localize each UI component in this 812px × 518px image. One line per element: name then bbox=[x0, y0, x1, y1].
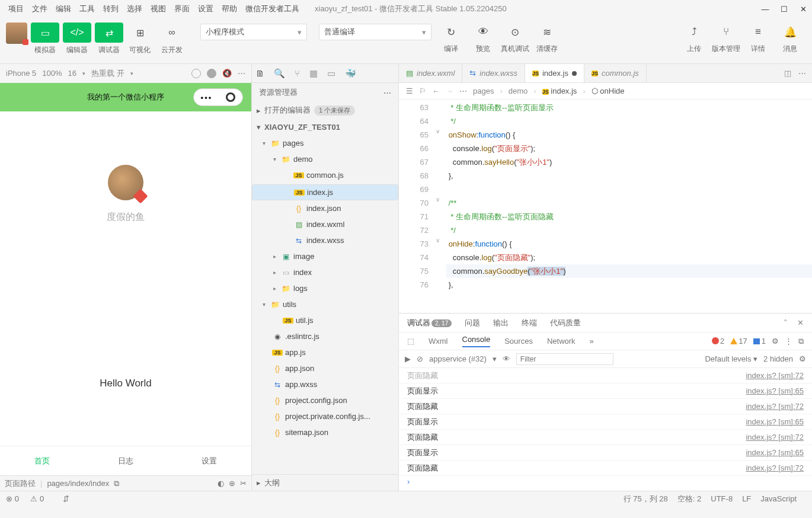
ptab-输出[interactable]: 输出 bbox=[493, 318, 509, 328]
console-filter-input[interactable] bbox=[516, 353, 613, 365]
explorer-files-icon[interactable]: 🗎 bbox=[255, 68, 264, 78]
maximize-button[interactable]: ☐ bbox=[780, 5, 788, 14]
log-source[interactable]: index.js? [sm]:72 bbox=[746, 402, 804, 411]
console-levels[interactable]: Default levels ▾ bbox=[705, 354, 757, 363]
remote-debug-button[interactable]: ⊙真机调试 bbox=[499, 24, 531, 54]
project-avatar[interactable] bbox=[6, 23, 27, 44]
preview-button[interactable]: 👁预览 bbox=[467, 24, 499, 54]
tree-image[interactable]: ▸▣image bbox=[252, 248, 398, 264]
tab-home[interactable]: 首页 bbox=[34, 456, 50, 466]
tree-util.js[interactable]: JSutil.js bbox=[252, 312, 398, 328]
sim-scan-icon[interactable]: ⊕ bbox=[229, 479, 235, 488]
tree-demo[interactable]: ▾📁demo bbox=[252, 151, 398, 167]
console-hidden[interactable]: 2 hidden bbox=[763, 354, 793, 363]
console-eye-icon[interactable]: 👁 bbox=[503, 354, 510, 363]
devtools-select-icon[interactable]: ⬚ bbox=[407, 337, 414, 346]
tree-.eslintrc.js[interactable]: ◉.eslintrc.js bbox=[252, 328, 398, 344]
sim-refresh-icon[interactable] bbox=[191, 69, 201, 78]
menu-文件[interactable]: 文件 bbox=[28, 1, 51, 17]
tree-app.wxss[interactable]: ⇆app.wxss bbox=[252, 376, 398, 392]
outline-section[interactable]: ▸大纲 bbox=[252, 474, 398, 491]
opened-editors[interactable]: ▸打开的编辑器 1 个未保存 bbox=[252, 102, 398, 119]
upload-button[interactable]: ⤴上传 bbox=[678, 24, 710, 54]
menu-工具[interactable]: 工具 bbox=[76, 1, 98, 17]
simulator-toggle[interactable]: ▭ bbox=[31, 23, 59, 43]
menu-帮助[interactable]: 帮助 bbox=[218, 1, 241, 17]
menu-界面[interactable]: 界面 bbox=[171, 1, 193, 17]
devtools-settings-icon[interactable]: ⚙ bbox=[772, 337, 779, 346]
log-source[interactable]: index.js? [sm]:65 bbox=[746, 448, 804, 457]
log-source[interactable]: index.js? [sm]:72 bbox=[746, 433, 804, 442]
log-source[interactable]: index.js? [sm]:65 bbox=[746, 386, 804, 395]
details-button[interactable]: ≡详情 bbox=[742, 24, 774, 54]
tree-logs[interactable]: ▸📁logs bbox=[252, 280, 398, 296]
debugger-toggle[interactable]: ⇄ bbox=[95, 23, 123, 43]
crumb-bookmark-icon[interactable]: ⚐ bbox=[419, 87, 426, 95]
tree-index[interactable]: ▸▭index bbox=[252, 264, 398, 280]
devtab-more-icon[interactable]: » bbox=[590, 337, 594, 346]
project-root[interactable]: ▾XIAOYU_ZF_TEST01 bbox=[252, 119, 398, 135]
console-settings-icon[interactable]: ⚙ bbox=[799, 354, 806, 363]
error-count[interactable]: 2 bbox=[712, 337, 724, 346]
tree-index.wxss[interactable]: ⇆index.wxss bbox=[252, 232, 398, 248]
log-source[interactable]: index.js? [sm]:72 bbox=[746, 463, 804, 472]
tree-utils[interactable]: ▾📁utils bbox=[252, 296, 398, 312]
editor-toggle[interactable]: </> bbox=[63, 23, 91, 43]
console-context[interactable]: appservice (#32) bbox=[429, 354, 487, 363]
menu-转到[interactable]: 转到 bbox=[100, 1, 122, 17]
status-sync-icon[interactable]: ⇵ bbox=[63, 494, 69, 503]
tab-log[interactable]: 日志 bbox=[118, 456, 133, 466]
devtab-network[interactable]: Network bbox=[547, 337, 576, 346]
console-play-icon[interactable]: ▶ bbox=[405, 354, 411, 363]
device-select[interactable]: iPhone 5 bbox=[6, 69, 36, 78]
status-encoding[interactable]: UTF-8 bbox=[711, 494, 733, 503]
hotreload-select[interactable]: 热重载 开 bbox=[91, 68, 124, 79]
editor-more-icon[interactable]: ⋯ bbox=[798, 69, 806, 78]
tree-app.js[interactable]: JSapp.js bbox=[252, 344, 398, 360]
devtools-dock-icon[interactable]: ⧉ bbox=[798, 337, 804, 346]
tree-project.config.json[interactable]: {}project.config.json bbox=[252, 392, 398, 408]
status-lang[interactable]: JavaScript bbox=[760, 494, 797, 503]
ptab-终端[interactable]: 终端 bbox=[522, 318, 537, 328]
page-path[interactable]: pages/index/index bbox=[47, 479, 109, 488]
crumb-0[interactable]: pages bbox=[473, 87, 494, 95]
tree-index.json[interactable]: {}index.json bbox=[252, 200, 398, 216]
mode-select[interactable]: 小程序模式▾ bbox=[200, 24, 307, 40]
sim-more-icon[interactable]: ⋯ bbox=[238, 69, 245, 78]
status-eol[interactable]: LF bbox=[742, 494, 751, 503]
crumb-list-icon[interactable]: ☰ bbox=[406, 87, 413, 95]
console-prompt[interactable]: › bbox=[399, 476, 812, 487]
msg-count[interactable]: 1 bbox=[753, 337, 766, 346]
ptab-调试器[interactable]: 调试器2, 17 bbox=[407, 318, 452, 328]
menu-微信开发者工具[interactable]: 微信开发者工具 bbox=[242, 1, 303, 17]
explorer-search-icon[interactable]: 🔍 bbox=[274, 68, 285, 79]
status-position[interactable]: 行 75，列 28 bbox=[624, 494, 668, 504]
devtools-menu-icon[interactable]: ⋮ bbox=[785, 337, 792, 346]
capsule-menu-icon[interactable]: ••• bbox=[201, 93, 213, 102]
close-button[interactable]: ✕ bbox=[799, 5, 807, 14]
sim-mute-icon[interactable]: 🔇 bbox=[222, 69, 232, 78]
explorer-more-icon[interactable]: ⋯ bbox=[383, 88, 391, 97]
visual-toggle[interactable]: ⊞ bbox=[126, 23, 154, 43]
crumb-fwd-icon[interactable]: → bbox=[446, 87, 453, 95]
zoom-select[interactable]: 100% bbox=[42, 69, 62, 78]
menu-项目[interactable]: 项目 bbox=[5, 1, 27, 17]
crumb-3[interactable]: onHide bbox=[600, 87, 624, 95]
clear-cache-button[interactable]: ≋清缓存 bbox=[531, 24, 563, 54]
compile-button[interactable]: ↻编译 bbox=[435, 24, 467, 54]
tree-pages[interactable]: ▾📁pages bbox=[252, 135, 398, 151]
messages-button[interactable]: 🔔消息 bbox=[774, 24, 806, 54]
user-avatar[interactable] bbox=[108, 165, 143, 200]
menu-选择[interactable]: 选择 bbox=[123, 1, 146, 17]
tree-common.js[interactable]: JScommon.js bbox=[252, 167, 398, 183]
menu-编辑[interactable]: 编辑 bbox=[52, 1, 75, 17]
capsule-close-icon[interactable] bbox=[226, 92, 235, 102]
edtab-common.js[interactable]: JScommon.js bbox=[584, 64, 647, 82]
devtab-console[interactable]: Console bbox=[462, 335, 491, 347]
console-clear-icon[interactable]: ⊘ bbox=[417, 354, 423, 363]
crumb-back-icon[interactable]: ← bbox=[432, 87, 440, 95]
capsule[interactable]: ••• bbox=[193, 88, 243, 106]
explorer-git-icon[interactable]: ⑂ bbox=[295, 68, 300, 78]
split-editor-icon[interactable]: ◫ bbox=[784, 69, 791, 78]
edtab-index.js[interactable]: JSindex.js bbox=[525, 64, 584, 82]
